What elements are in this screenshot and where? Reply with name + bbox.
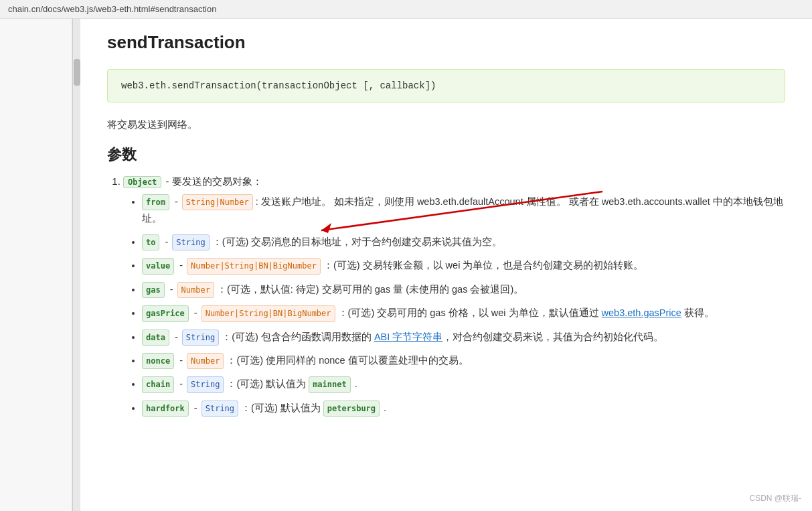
csdn-watermark: CSDN @联瑞- bbox=[749, 493, 801, 504]
scrollbar-track[interactable] bbox=[72, 19, 80, 511]
type-string-hardfork: String bbox=[201, 400, 238, 417]
param1-label: - 要发送的交易对象： bbox=[166, 175, 262, 187]
type-string-number: String|Number bbox=[182, 194, 253, 210]
description: 将交易发送到网络。 bbox=[107, 119, 785, 131]
list-item-nonce: nonce - Number ：(可选) 使用同样的 nonce 值可以覆盖处理… bbox=[142, 352, 785, 369]
list-item-gas: gas - Number ：(可选，默认值: 待定) 交易可用的 gas 量 (… bbox=[142, 281, 785, 298]
type-string-chain: String bbox=[187, 376, 224, 392]
key-nonce: nonce bbox=[142, 353, 174, 369]
code-block: web3.eth.sendTransaction(transactionObje… bbox=[107, 69, 785, 102]
list-item-hardfork: hardfork - String ：(可选) 默认值为 petersburg … bbox=[142, 400, 785, 417]
gasprice-desc: ：(可选) 交易可用的 gas 价格，以 wei 为单位，默认值通过 bbox=[338, 307, 602, 318]
main-content: sendTransaction web3.eth.sendTransaction… bbox=[80, 19, 812, 511]
key-chain: chain bbox=[142, 376, 174, 392]
params-title: 参数 bbox=[107, 145, 785, 165]
param-item-1: Object - 要发送的交易对象： from - String|Number … bbox=[123, 175, 785, 417]
hardfork-desc: ：(可选) 默认值为 bbox=[241, 403, 323, 413]
mainnet-badge: mainnet bbox=[309, 376, 351, 392]
url-text: chain.cn/docs/web3.js/web3-eth.html#send… bbox=[8, 4, 216, 14]
data-desc1: ：(可选) 包含合约函数调用数据的 bbox=[222, 332, 374, 342]
list-item-from: from - String|Number : 发送账户地址。 如未指定，则使用 … bbox=[142, 194, 785, 227]
key-gas: gas bbox=[142, 282, 165, 298]
type-number-nonce: Number bbox=[187, 353, 224, 369]
type-number-gasprice: Number|String|BN|BigNumber bbox=[201, 305, 335, 321]
list-item-value: value - Number|String|BN|BigNumber ：(可选)… bbox=[142, 257, 785, 274]
list-item-chain: chain - String ：(可选) 默认值为 mainnet . bbox=[142, 376, 785, 392]
chain-desc: ：(可选) 默认值为 bbox=[226, 378, 309, 389]
to-desc: ：(可选) 交易消息的目标地址，对于合约创建交易来说其值为空。 bbox=[212, 236, 503, 247]
page-title: sendTransaction bbox=[107, 32, 785, 53]
type-number-gas: Number bbox=[177, 282, 214, 298]
value-desc: ：(可选) 交易转账金额，以 wei 为单位，也是合约创建交易的初始转账。 bbox=[323, 260, 644, 271]
key-gasprice: gasPrice bbox=[142, 305, 189, 321]
key-data: data bbox=[142, 330, 169, 346]
object-badge: Object bbox=[123, 176, 161, 188]
gas-desc: ：(可选，默认值: 待定) 交易可用的 gas 量 (未使用的 gas 会被退回… bbox=[217, 284, 523, 295]
code-text: web3.eth.sendTransaction(transactionObje… bbox=[121, 80, 436, 91]
gasprice-link[interactable]: web3.eth.gasPrice bbox=[602, 307, 681, 318]
bullet-list: from - String|Number : 发送账户地址。 如未指定，则使用 … bbox=[123, 194, 785, 417]
type-number-value: Number|String|BN|BigNumber bbox=[187, 258, 321, 274]
key-from: from bbox=[142, 194, 169, 210]
key-hardfork: hardfork bbox=[142, 400, 189, 417]
list-item-to: to - String ：(可选) 交易消息的目标地址，对于合约创建交易来说其值… bbox=[142, 234, 785, 250]
data-link[interactable]: ABI 字节字符串 bbox=[374, 332, 442, 342]
type-string-to: String bbox=[172, 234, 209, 250]
type-string-data: String bbox=[182, 330, 219, 346]
list-item-gasprice: gasPrice - Number|String|BN|BigNumber ：(… bbox=[142, 305, 785, 321]
key-to: to bbox=[142, 234, 159, 250]
browser-bar: chain.cn/docs/web3.js/web3-eth.html#send… bbox=[0, 0, 812, 19]
key-value: value bbox=[142, 258, 174, 274]
petersburg-badge: petersburg bbox=[323, 400, 380, 417]
nonce-desc: ：(可选) 使用同样的 nonce 值可以覆盖处理中的交易。 bbox=[226, 355, 468, 366]
param-list: Object - 要发送的交易对象： from - String|Number … bbox=[107, 175, 785, 417]
list-item-data: data - String ：(可选) 包含合约函数调用数据的 ABI 字节字符… bbox=[142, 329, 785, 346]
scrollbar-thumb[interactable] bbox=[74, 59, 80, 86]
sidebar bbox=[0, 19, 72, 511]
